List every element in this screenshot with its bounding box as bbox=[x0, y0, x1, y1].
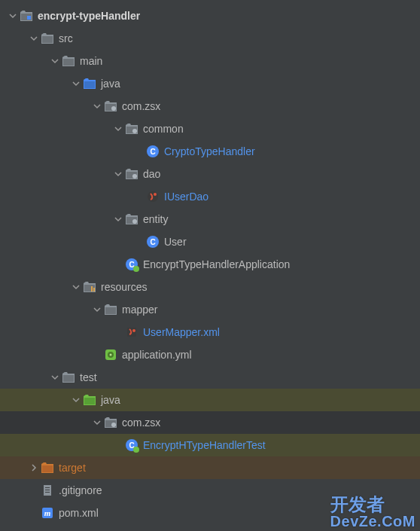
svg-rect-16 bbox=[91, 286, 93, 291]
file-encrypt-test[interactable]: ﹀CEncryptHTypeHandlerTest bbox=[0, 434, 420, 456]
svg-text:m: m bbox=[44, 508, 51, 517]
tree-item-label: resources bbox=[101, 281, 147, 293]
tree-item-label: java bbox=[101, 78, 120, 90]
package-icon bbox=[125, 212, 138, 226]
svg-rect-28 bbox=[42, 465, 53, 472]
package-entity[interactable]: entity bbox=[0, 208, 420, 230]
tree-item-label: com.zsx bbox=[122, 100, 160, 112]
module-icon bbox=[20, 9, 33, 23]
tree-item-label: .gitignore bbox=[59, 484, 102, 496]
svg-rect-24 bbox=[63, 375, 74, 382]
svg-rect-3 bbox=[63, 59, 74, 66]
chevron-down-icon[interactable] bbox=[71, 396, 81, 404]
folder-excl-icon bbox=[41, 461, 54, 475]
package-icon bbox=[104, 99, 117, 113]
tree-item-label: entity bbox=[143, 213, 168, 225]
chevron-down-icon[interactable] bbox=[71, 283, 81, 291]
module-encrypt-typehandler[interactable]: encrypt-typeHandler bbox=[0, 5, 420, 27]
tree-item-label: CryptoTypeHandler bbox=[164, 145, 255, 157]
file-encrypt-app[interactable]: ﹀CEncryptTypeHandlerApplication bbox=[0, 253, 420, 276]
chevron-down-icon[interactable] bbox=[92, 306, 102, 313]
file-pom-xml[interactable]: ﹀mpom.xml bbox=[0, 502, 420, 524]
chevron-down-icon[interactable] bbox=[113, 170, 123, 178]
svg-rect-15 bbox=[84, 285, 95, 291]
file-iuserdao[interactable]: ﹀IUserDao bbox=[0, 185, 420, 208]
package-icon bbox=[104, 416, 117, 429]
chevron-down-icon[interactable] bbox=[92, 102, 102, 110]
file-usermapper-xml[interactable]: ﹀UserMapper.xml bbox=[0, 321, 420, 343]
chevron-down-icon[interactable] bbox=[71, 80, 81, 87]
file-application-yml[interactable]: ﹀application.yml bbox=[0, 343, 420, 366]
svg-point-14 bbox=[132, 219, 137, 224]
chevron-down-icon[interactable] bbox=[8, 12, 18, 20]
tree-item-label: src bbox=[59, 32, 73, 44]
svg-point-8 bbox=[132, 129, 137, 133]
svg-point-10 bbox=[132, 174, 137, 179]
folder-test-java[interactable]: java bbox=[0, 389, 420, 411]
svg-rect-1 bbox=[27, 16, 31, 20]
folder-test-icon bbox=[83, 393, 96, 407]
chevron-down-icon[interactable] bbox=[92, 419, 102, 426]
tree-item-label: dao bbox=[143, 168, 160, 180]
tree-item-label: test bbox=[80, 371, 97, 383]
file-gitignore[interactable]: ﹀.gitignore bbox=[0, 479, 420, 502]
chevron-right-icon[interactable] bbox=[29, 464, 39, 471]
file-user[interactable]: ﹀CUser bbox=[0, 230, 420, 253]
class-icon: C bbox=[146, 145, 160, 158]
file-cryptotypehandler[interactable]: ﹀CCryptoTypeHandler bbox=[0, 140, 420, 163]
folder-src-icon bbox=[83, 77, 96, 90]
folder-src[interactable]: src bbox=[0, 27, 420, 50]
folder-mapper[interactable]: mapper bbox=[0, 298, 420, 321]
package-common[interactable]: common bbox=[0, 117, 420, 140]
svg-rect-31 bbox=[45, 490, 50, 490]
folder-test[interactable]: test bbox=[0, 366, 420, 389]
svg-point-23 bbox=[110, 354, 112, 356]
svg-rect-17 bbox=[93, 288, 95, 291]
svg-rect-4 bbox=[84, 81, 95, 88]
package-icon bbox=[125, 167, 138, 181]
folder-resources[interactable]: resources bbox=[0, 276, 420, 298]
svg-point-27 bbox=[111, 423, 116, 427]
project-tree[interactable]: encrypt-typeHandlersrcmainjavacom.zsxcom… bbox=[0, 0, 420, 524]
tree-item-label: target bbox=[59, 462, 86, 474]
folder-main-java[interactable]: java bbox=[0, 72, 420, 95]
folder-icon bbox=[41, 32, 54, 45]
folder-icon bbox=[104, 303, 117, 316]
tree-item-label: IUserDao bbox=[164, 191, 208, 203]
chevron-down-icon[interactable] bbox=[113, 215, 123, 223]
svg-rect-32 bbox=[45, 492, 50, 493]
folder-target[interactable]: target bbox=[0, 456, 420, 479]
chevron-down-icon[interactable] bbox=[50, 57, 60, 65]
svg-rect-18 bbox=[105, 307, 116, 314]
package-test-com-zsx[interactable]: com.zsx bbox=[0, 411, 420, 434]
xml-red-icon bbox=[125, 325, 138, 339]
tree-item-label: encrypt-typeHandler bbox=[38, 10, 140, 22]
svg-point-20 bbox=[132, 329, 135, 332]
tree-item-label: EncryptTypeHandlerApplication bbox=[143, 258, 290, 270]
maven-icon: m bbox=[41, 506, 54, 520]
folder-res-icon bbox=[83, 280, 96, 294]
svg-rect-2 bbox=[42, 36, 53, 43]
folder-main[interactable]: main bbox=[0, 50, 420, 72]
package-dao[interactable]: dao bbox=[0, 163, 420, 185]
class-run-icon: C bbox=[125, 258, 138, 271]
svg-point-6 bbox=[111, 106, 116, 111]
gitignore-icon bbox=[41, 484, 54, 497]
tree-item-label: User bbox=[164, 236, 187, 248]
tree-item-label: mapper bbox=[122, 304, 157, 316]
interface-icon bbox=[146, 190, 160, 203]
svg-point-12 bbox=[154, 193, 157, 196]
svg-rect-25 bbox=[84, 398, 95, 404]
package-com-zsx[interactable]: com.zsx bbox=[0, 95, 420, 117]
tree-item-label: main bbox=[80, 55, 102, 67]
tree-item-label: application.yml bbox=[122, 349, 192, 361]
tree-item-label: common bbox=[143, 123, 184, 135]
chevron-down-icon[interactable] bbox=[50, 374, 60, 381]
yml-icon bbox=[104, 348, 117, 362]
tree-item-label: EncryptHTypeHandlerTest bbox=[143, 439, 266, 451]
chevron-down-icon[interactable] bbox=[29, 35, 39, 42]
package-icon bbox=[125, 122, 138, 136]
class-run-icon: C bbox=[125, 438, 138, 452]
folder-icon bbox=[62, 371, 75, 384]
chevron-down-icon[interactable] bbox=[113, 125, 123, 133]
